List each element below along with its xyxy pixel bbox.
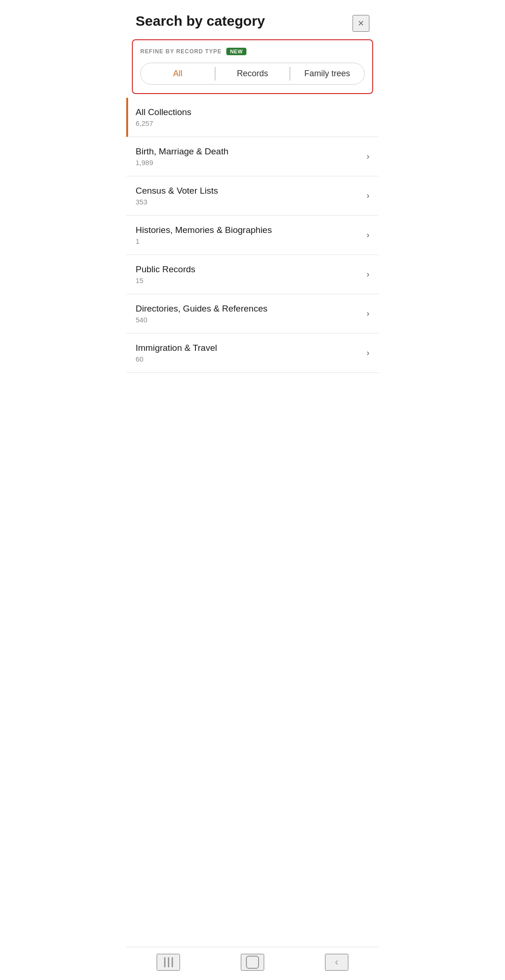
category-item-histories-memories-biographies[interactable]: Histories, Memories & Biographies 1 › [126, 216, 379, 255]
chevron-right-icon: › [367, 191, 369, 201]
new-badge: NEW [226, 48, 246, 55]
category-count: 1 [136, 237, 272, 245]
category-count: 60 [136, 355, 217, 363]
category-name: All Collections [136, 107, 191, 117]
filter-tabs: All Records Family trees [140, 63, 365, 85]
header: Search by category × [126, 0, 379, 39]
nav-back-button[interactable]: ‹ [325, 954, 348, 971]
back-chevron-icon: ‹ [335, 956, 338, 968]
category-item-all-collections[interactable]: All Collections 6,257 [126, 98, 379, 137]
refine-label-row: REFINE BY RECORD TYPE NEW [140, 48, 365, 55]
tab-all[interactable]: All [141, 63, 215, 84]
category-info: Directories, Guides & References 540 [136, 304, 267, 324]
category-name: Public Records [136, 264, 195, 275]
category-info: Birth, Marriage & Death 1,989 [136, 146, 229, 167]
category-info: All Collections 6,257 [136, 107, 191, 127]
category-name: Birth, Marriage & Death [136, 146, 229, 157]
category-name: Histories, Memories & Biographies [136, 225, 272, 235]
page-title: Search by category [136, 13, 265, 29]
category-name: Directories, Guides & References [136, 304, 267, 314]
category-name: Immigration & Travel [136, 343, 217, 353]
menu-lines-icon [164, 957, 173, 967]
category-info: Public Records 15 [136, 264, 195, 284]
category-name: Census & Voter Lists [136, 186, 218, 196]
chevron-right-icon: › [367, 348, 369, 358]
chevron-right-icon: › [367, 309, 369, 319]
home-circle-icon [246, 956, 259, 969]
category-count: 540 [136, 316, 267, 324]
category-item-directories-guides-references[interactable]: Directories, Guides & References 540 › [126, 294, 379, 334]
category-count: 15 [136, 276, 195, 284]
chevron-right-icon: › [367, 269, 369, 279]
category-info: Immigration & Travel 60 [136, 343, 217, 363]
category-count: 1,989 [136, 159, 229, 167]
nav-menu-button[interactable] [157, 954, 180, 971]
refine-section: REFINE BY RECORD TYPE NEW All Records Fa… [132, 39, 373, 94]
chevron-right-icon: › [367, 152, 369, 161]
close-button[interactable]: × [353, 15, 369, 32]
tab-records[interactable]: Records [216, 63, 289, 84]
chevron-right-icon: › [367, 230, 369, 240]
category-count: 6,257 [136, 119, 191, 127]
tab-family-trees[interactable]: Family trees [290, 63, 364, 84]
category-item-birth-marriage-death[interactable]: Birth, Marriage & Death 1,989 › [126, 137, 379, 176]
category-list: All Collections 6,257 Birth, Marriage & … [126, 98, 379, 947]
category-info: Histories, Memories & Biographies 1 [136, 225, 272, 245]
close-icon: × [358, 17, 364, 29]
category-count: 353 [136, 198, 218, 206]
nav-home-button[interactable] [241, 954, 264, 971]
bottom-nav: ‹ [126, 947, 379, 980]
refine-label: REFINE BY RECORD TYPE [140, 48, 222, 55]
category-info: Census & Voter Lists 353 [136, 186, 218, 206]
category-item-census-voter-lists[interactable]: Census & Voter Lists 353 › [126, 176, 379, 216]
category-item-public-records[interactable]: Public Records 15 › [126, 255, 379, 294]
category-item-immigration-travel[interactable]: Immigration & Travel 60 › [126, 334, 379, 373]
